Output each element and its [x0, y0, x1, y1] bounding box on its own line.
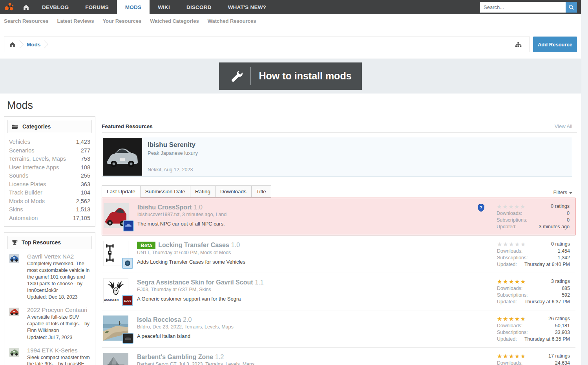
resource-row-locking-transfer-cases[interactable]: BetaLocking Transfer Cases1.0 UN1T, Thur… — [102, 235, 575, 273]
categories-list: Vehicles1,423 Scenarios277 Terrains, Lev… — [4, 136, 95, 226]
resource-meta: Bifdro, Dec 23, 2022, Terrains, Levels, … — [137, 324, 497, 330]
top-resource-description: Sleek compact roadster from the late 90s… — [27, 354, 91, 365]
downloads-value: 50,181 — [555, 323, 570, 329]
search-button[interactable] — [566, 2, 577, 13]
subnav-watched-categories[interactable]: Watched Categories — [150, 18, 199, 24]
search-area — [480, 0, 581, 14]
resource-thumbnail[interactable] — [103, 241, 128, 266]
category-count: 277 — [81, 147, 90, 155]
resource-title[interactable]: Ibishu CrossSport — [137, 204, 192, 211]
top-navbar: DEVBLOG FORUMS MODS WIKI DISCORD WHAT'S … — [0, 0, 581, 14]
nav-item-mods[interactable]: MODS — [117, 0, 150, 14]
nav-item-forums[interactable]: FORUMS — [77, 0, 117, 14]
top-resources-header[interactable]: Top Resources — [7, 236, 92, 249]
breadcrumb-current[interactable]: Mods — [27, 42, 40, 48]
top-resource-title[interactable]: 1994 ETK K-Series — [27, 347, 91, 354]
subnav-latest-reviews[interactable]: Latest Reviews — [57, 18, 94, 24]
category-item-skins[interactable]: Skins1,513 — [9, 205, 90, 214]
resource-thumbnail[interactable] — [9, 254, 19, 263]
avatar — [122, 333, 133, 344]
nav-item-wiki[interactable]: WIKI — [150, 0, 178, 14]
how-to-install-banner[interactable]: How to install mods — [219, 62, 362, 90]
resource-row-ibishu-crosssport[interactable]: Ibishu CrossSport1.0 ibishucovet1987.txt… — [102, 198, 575, 235]
top-resource-title[interactable]: 2022 Procyon Centauri — [27, 306, 91, 313]
star-rating: ★★★★★ — [497, 204, 526, 209]
tab-downloads[interactable]: Downloads — [215, 185, 252, 198]
category-count: 104 — [81, 189, 90, 197]
subscriptions-label: Subscriptions: — [497, 329, 528, 336]
resource-row-isola-rocciosa[interactable]: Isola Rocciosa2.0 Bifdro, Dec 23, 2022, … — [102, 310, 575, 347]
beamng-logo-icon — [4, 2, 14, 12]
tab-rating[interactable]: Rating — [190, 185, 215, 198]
top-resources-box: Top Resources Gavril Vertex NA2 Complete… — [4, 232, 95, 365]
subscriptions-label: Subscriptions: — [497, 292, 528, 299]
nav-item-whats-new[interactable]: WHAT'S NEW? — [220, 0, 274, 14]
beamng-logo[interactable] — [0, 0, 18, 14]
categories-header[interactable]: Categories — [7, 120, 92, 133]
shield-question-icon[interactable]: ? — [477, 204, 485, 213]
view-all-link[interactable]: View All — [555, 123, 572, 129]
resource-row-barbents-gambling-zone[interactable]: Barbent's Gambling Zone1.2 Barbent Servo… — [102, 347, 575, 365]
resource-row-segra-assistance-skin[interactable]: ASSISTAN EJ03 Segra Assistance Skin for … — [102, 273, 575, 310]
nav-home-button[interactable] — [18, 0, 34, 14]
category-item-vehicles[interactable]: Vehicles1,423 — [9, 138, 90, 147]
tab-last-update[interactable]: Last Update — [102, 185, 141, 198]
subnav-search-resources[interactable]: Search Resources — [4, 18, 48, 24]
tab-title[interactable]: Title — [251, 185, 271, 198]
category-item-license-plates[interactable]: License Plates363 — [9, 180, 90, 189]
resource-thumbnail[interactable]: ASSISTAN EJ03 — [103, 278, 128, 303]
resource-title[interactable]: Isola Rocciosa — [137, 316, 181, 323]
category-item-track-builder[interactable]: Track Builder104 — [9, 189, 90, 197]
nav-item-discord[interactable]: DISCORD — [178, 0, 220, 14]
resource-thumbnail[interactable] — [103, 353, 128, 365]
categories-box: Categories Vehicles1,423 Scenarios277 Te… — [4, 116, 95, 227]
main-column: Featured Resources View All Ibishu Seren… — [102, 116, 577, 365]
subnav-your-resources[interactable]: Your Resources — [102, 18, 141, 24]
tab-submission-date[interactable]: Submission Date — [140, 185, 190, 198]
breadcrumb-separator — [18, 37, 24, 52]
category-label: User Interface Apps — [9, 163, 59, 172]
nav-item-label: FORUMS — [85, 4, 109, 10]
home-icon — [23, 4, 29, 11]
featured-resource-title[interactable]: Ibishu Serenity — [148, 141, 198, 149]
category-item-mods-of-mods[interactable]: Mods of Mods2,562 — [9, 197, 90, 206]
resource-body: Ibishu CrossSport1.0 ibishucovet1987.txt… — [137, 203, 497, 230]
resource-version: 1.0 — [194, 204, 203, 211]
resource-thumbnail[interactable] — [9, 348, 19, 357]
resource-title[interactable]: Segra Assistance Skin for Gavril Scout — [137, 279, 253, 286]
featured-resource-thumbnail[interactable] — [103, 138, 142, 176]
category-item-automation[interactable]: Automation17,105 — [9, 214, 90, 223]
add-resource-button[interactable]: Add Resource — [533, 37, 577, 52]
resource-title[interactable]: Barbent's Gambling Zone — [137, 354, 213, 360]
resource-thumbnail[interactable] — [103, 315, 128, 341]
resource-thumbnail[interactable] — [104, 203, 129, 228]
featured-resource-byline: Nekkit, Aug 12, 2023 — [148, 167, 198, 172]
resource-title[interactable]: Locking Transfer Cases — [158, 242, 229, 248]
resource-thumbnail[interactable] — [9, 308, 19, 316]
downloads-value: 24,634 — [555, 360, 570, 365]
resource-body: Segra Assistance Skin for Gavril Scout1.… — [137, 278, 497, 305]
sitemap-toggle[interactable] — [512, 42, 525, 48]
search-input[interactable] — [480, 2, 566, 13]
category-item-ui-apps[interactable]: User Interface Apps108 — [9, 163, 90, 172]
top-resource-title[interactable]: Gavril Vertex NA2 — [27, 253, 91, 260]
category-item-scenarios[interactable]: Scenarios277 — [9, 147, 90, 155]
star-rating: ★★★★★ — [497, 241, 526, 247]
filters-dropdown[interactable]: Filters — [553, 189, 572, 198]
subscriptions-value: 592 — [562, 292, 570, 299]
category-item-terrains[interactable]: Terrains, Levels, Maps753 — [9, 155, 90, 163]
filters-label: Filters — [553, 189, 567, 195]
featured-resource-subtitle: Peak Japanese luxury — [148, 150, 198, 156]
category-item-sounds[interactable]: Sounds255 — [9, 172, 90, 180]
nav-item-label: WHAT'S NEW? — [228, 4, 266, 10]
featured-resource-card[interactable]: Ibishu Serenity Peak Japanese luxury Nek… — [102, 137, 572, 177]
nav-item-label: MODS — [125, 4, 141, 10]
sitemap-icon — [515, 42, 522, 48]
breadcrumb-home[interactable] — [9, 41, 16, 48]
nav-item-devblog[interactable]: DEVBLOG — [34, 0, 77, 14]
subnav-watched-resources[interactable]: Watched Resources — [208, 18, 256, 24]
trophy-icon — [12, 240, 18, 246]
ratings-count: 0 ratings — [551, 241, 570, 248]
avatar — [122, 258, 133, 269]
beta-badge: Beta — [137, 242, 155, 249]
